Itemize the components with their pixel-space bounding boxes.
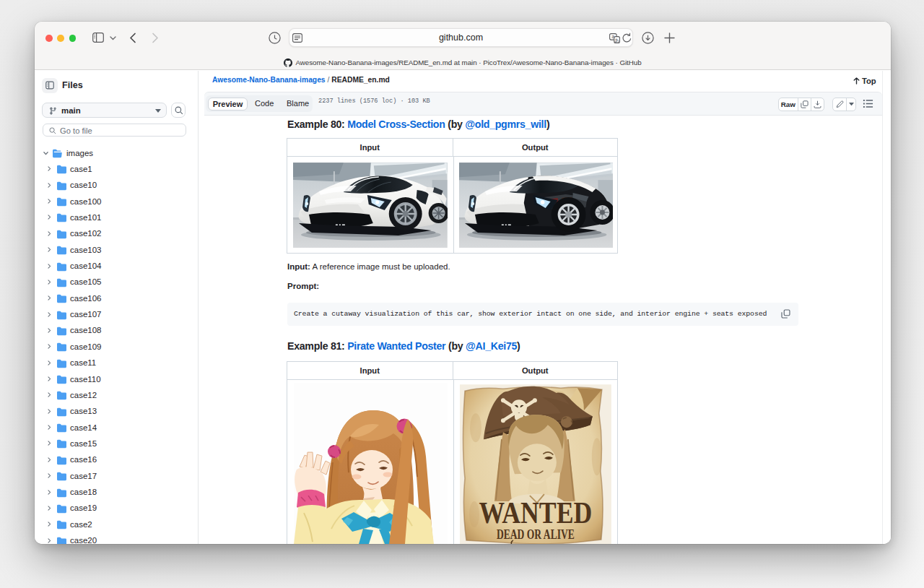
svg-text:DEAD OR ALIVE: DEAD OR ALIVE [497, 527, 575, 542]
svg-text:WANTED: WANTED [479, 496, 592, 529]
svg-text:あ: あ [614, 37, 619, 43]
